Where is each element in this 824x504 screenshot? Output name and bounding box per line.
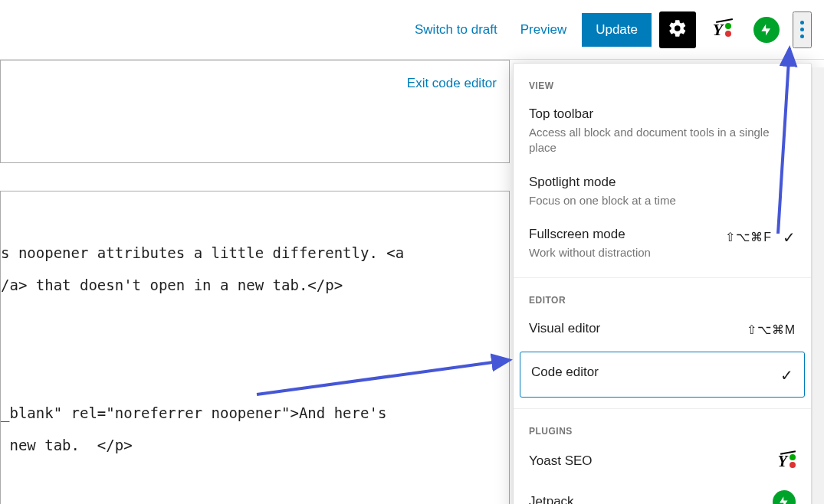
switch-to-draft-button[interactable]: Switch to draft xyxy=(407,15,505,45)
code-line: _blank" rel="noreferrer noopener">And he… xyxy=(1,404,396,421)
title-input-box[interactable]: Exit code editor xyxy=(0,60,510,163)
menu-item-desc: Work without distraction xyxy=(529,245,716,260)
menu-item-code-editor[interactable]: Code editor ✓ xyxy=(520,352,805,398)
editor-content: Exit code editor s noopener attributes a… xyxy=(0,60,510,504)
menu-item-title: Code editor xyxy=(531,365,771,380)
jetpack-button[interactable] xyxy=(748,11,785,48)
exit-code-editor-link[interactable]: Exit code editor xyxy=(407,76,497,91)
yoast-icon: Y xyxy=(778,453,796,469)
plugin-name: Yoast SEO xyxy=(529,453,593,469)
gear-icon xyxy=(668,18,688,41)
menu-item-title: Spotlight mode xyxy=(529,175,796,190)
menu-item-fullscreen[interactable]: Fullscreen mode Work without distraction… xyxy=(514,218,811,270)
yoast-button[interactable]: Y xyxy=(704,11,740,48)
code-editor-textarea[interactable]: s noopener attributes a little different… xyxy=(0,191,510,504)
plugin-name: Jetpack xyxy=(529,494,574,504)
settings-button[interactable] xyxy=(659,11,696,48)
yoast-status-dots xyxy=(725,23,731,37)
keyboard-shortcut: ⇧⌥⌘F xyxy=(725,230,772,244)
code-line: new tab. </p> xyxy=(1,437,133,453)
menu-item-spotlight[interactable]: Spotlight mode Focus on one block at a t… xyxy=(514,165,811,218)
code-line: s noopener attributes a little different… xyxy=(1,244,413,261)
menu-item-yoast[interactable]: Yoast SEO Y xyxy=(514,443,811,479)
menu-item-title: Visual editor xyxy=(529,321,737,336)
more-menu-button[interactable] xyxy=(793,11,812,48)
menu-item-desc: Access all block and document tools in a… xyxy=(529,125,796,156)
check-icon: ✓ xyxy=(780,366,793,385)
menu-item-title: Fullscreen mode xyxy=(529,227,716,242)
menu-item-top-toolbar[interactable]: Top toolbar Access all block and documen… xyxy=(514,97,811,165)
menu-item-desc: Focus on one block at a time xyxy=(529,193,796,208)
menu-item-jetpack[interactable]: Jetpack xyxy=(514,479,811,504)
vertical-scrollbar[interactable] xyxy=(812,67,824,504)
section-heading-plugins: PLUGINS xyxy=(514,417,811,443)
section-heading-editor: EDITOR xyxy=(514,286,811,312)
check-icon: ✓ xyxy=(783,228,796,247)
jetpack-icon xyxy=(773,490,796,504)
update-button[interactable]: Update xyxy=(582,13,652,47)
code-line: /a> that doesn't open in a new tab.</p> xyxy=(1,277,343,293)
menu-item-visual-editor[interactable]: Visual editor ⇧⌥⌘M xyxy=(514,312,811,349)
keyboard-shortcut: ⇧⌥⌘M xyxy=(747,322,796,337)
section-heading-view: VIEW xyxy=(514,71,811,97)
menu-item-title: Top toolbar xyxy=(529,106,796,122)
options-menu: VIEW Top toolbar Access all block and do… xyxy=(513,63,812,504)
editor-toolbar: Switch to draft Preview Update Y xyxy=(0,0,824,60)
jetpack-icon xyxy=(753,17,780,43)
more-icon xyxy=(800,21,804,25)
yoast-icon: Y xyxy=(713,21,723,38)
preview-button[interactable]: Preview xyxy=(513,15,574,45)
